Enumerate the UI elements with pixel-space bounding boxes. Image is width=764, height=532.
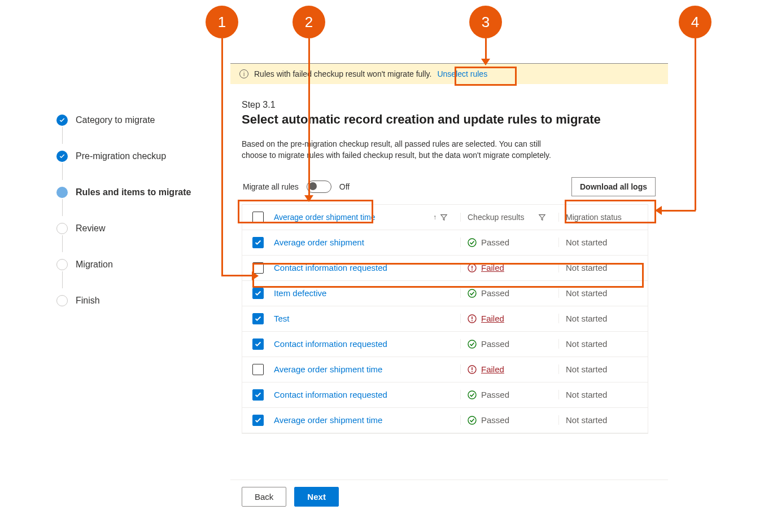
sort-filter-icons[interactable]: ↑: [433, 213, 448, 221]
migration-status: Not started: [558, 238, 638, 247]
download-all-logs-button[interactable]: Download all logs: [571, 177, 656, 196]
step-title: Select automatic record creation and upd…: [242, 112, 657, 127]
migration-status: Not started: [558, 390, 638, 399]
pending-step-icon: [56, 259, 68, 270]
callout-arrow-1-line: [221, 38, 223, 275]
rule-name-link[interactable]: Contact information requested: [274, 390, 452, 399]
row-checkbox[interactable]: [252, 237, 264, 248]
info-icon: i: [239, 69, 248, 78]
column-header-result[interactable]: Checkup results: [460, 213, 551, 222]
rule-name-link[interactable]: Contact information requested: [274, 339, 452, 349]
nav-item-review[interactable]: Review: [56, 218, 215, 239]
row-checkbox[interactable]: [252, 389, 264, 401]
row-checkbox-col: [252, 338, 266, 350]
rule-name-link[interactable]: Item defective: [274, 288, 452, 298]
passed-icon: [468, 289, 477, 298]
pending-step-icon: [56, 295, 68, 306]
callout-arrow-4-line: [695, 38, 696, 210]
column-header-status[interactable]: Migration status: [558, 213, 638, 222]
migration-status: Not started: [558, 364, 638, 374]
rule-name-link[interactable]: Contact information requested: [274, 263, 452, 272]
row-checkbox-col: [252, 415, 266, 426]
migration-status: Not started: [558, 339, 638, 349]
table-row[interactable]: Item defective Passed Not started: [242, 281, 648, 306]
checkup-result: Passed: [460, 288, 551, 298]
result-label[interactable]: Failed: [481, 364, 504, 374]
failed-icon: [468, 314, 477, 323]
migrate-all-toggle[interactable]: [307, 181, 331, 193]
nav-item-precheck[interactable]: Pre-migration checkup: [56, 146, 215, 166]
current-step-icon: [56, 187, 68, 198]
table-row[interactable]: Contact information requested Passed Not…: [242, 332, 648, 357]
passed-icon: [468, 340, 477, 349]
migration-status: Not started: [558, 314, 638, 323]
step-description: Based on the pre-migration checkup resul…: [242, 138, 558, 161]
toggle-state: Off: [339, 182, 350, 191]
result-label: Passed: [481, 415, 509, 425]
table-row[interactable]: Test Failed Not started: [242, 306, 648, 332]
failed-icon: [468, 263, 477, 272]
result-label: Passed: [481, 390, 509, 399]
callout-1: 1: [206, 6, 238, 38]
svg-point-12: [468, 391, 476, 399]
pending-step-icon: [56, 223, 68, 234]
row-checkbox[interactable]: [252, 313, 264, 324]
rule-name-link[interactable]: Average order shipment time: [274, 415, 452, 425]
content-body: Step 3.1 Select automatic record creatio…: [230, 84, 668, 434]
svg-point-8: [468, 340, 476, 348]
column-header-name[interactable]: Average order shipment time ↑: [274, 213, 452, 222]
row-checkbox-col: [252, 313, 266, 324]
rule-name-link[interactable]: Average order shipment: [274, 238, 452, 247]
callout-arrow-4-head: [655, 206, 662, 215]
failed-icon: [468, 365, 477, 374]
checkup-result: Passed: [460, 390, 551, 399]
migration-status: Not started: [558, 263, 638, 272]
next-button[interactable]: Next: [294, 487, 339, 507]
nav-label: Review: [76, 223, 105, 234]
rules-table: Average order shipment time ↑ Checkup re…: [242, 204, 648, 434]
table-row[interactable]: Contact information requested Passed Not…: [242, 382, 648, 408]
toolbar: Migrate all rules Off Download all logs: [242, 177, 657, 196]
row-checkbox-col: [252, 364, 266, 375]
check-icon: [56, 115, 68, 126]
result-label[interactable]: Failed: [481, 263, 504, 272]
migrate-all-toggle-group: Migrate all rules Off: [243, 181, 350, 193]
nav-item-category[interactable]: Category to migrate: [56, 110, 215, 130]
info-bar: i Rules with failed checkup result won't…: [230, 64, 668, 84]
table-row[interactable]: Average order shipment Passed Not starte…: [242, 230, 648, 256]
checkup-result[interactable]: Failed: [460, 314, 551, 323]
checkup-result[interactable]: Failed: [460, 364, 551, 374]
row-checkbox[interactable]: [252, 288, 264, 299]
callout-arrow-4-hline: [662, 210, 696, 212]
row-checkbox[interactable]: [252, 338, 264, 350]
callout-arrow-2-head: [304, 195, 313, 202]
callout-arrow-1-head: [252, 271, 259, 280]
rule-name-link[interactable]: Average order shipment time: [274, 364, 452, 374]
checkup-result[interactable]: Failed: [460, 263, 551, 272]
callout-arrow-3-line: [485, 38, 487, 60]
result-label[interactable]: Failed: [481, 314, 504, 323]
result-label: Passed: [481, 238, 509, 247]
row-checkbox[interactable]: [252, 364, 264, 375]
callout-arrow-2-line: [308, 38, 310, 196]
table-row[interactable]: Average order shipment time Passed Not s…: [242, 408, 648, 433]
unselect-rules-link[interactable]: Unselect rules: [437, 69, 487, 78]
svg-point-4: [468, 289, 476, 297]
table-row[interactable]: Contact information requested Failed Not…: [242, 256, 648, 281]
filter-icon[interactable]: [538, 213, 546, 221]
rule-name-link[interactable]: Test: [274, 314, 452, 323]
svg-point-3: [472, 269, 473, 270]
nav-item-rules[interactable]: Rules and items to migrate: [56, 182, 215, 203]
checkup-result: Passed: [460, 339, 551, 349]
select-all-checkbox[interactable]: [252, 212, 264, 223]
nav-item-finish[interactable]: Finish: [56, 291, 215, 311]
svg-point-7: [472, 320, 473, 321]
step-label: Step 3.1: [242, 100, 657, 110]
sort-asc-icon[interactable]: ↑: [433, 213, 436, 221]
row-checkbox[interactable]: [252, 415, 264, 426]
back-button[interactable]: Back: [242, 487, 286, 507]
filter-icon[interactable]: [440, 213, 448, 221]
table-row[interactable]: Average order shipment time Failed Not s…: [242, 357, 648, 382]
svg-point-13: [468, 416, 476, 424]
nav-item-migration[interactable]: Migration: [56, 254, 215, 275]
